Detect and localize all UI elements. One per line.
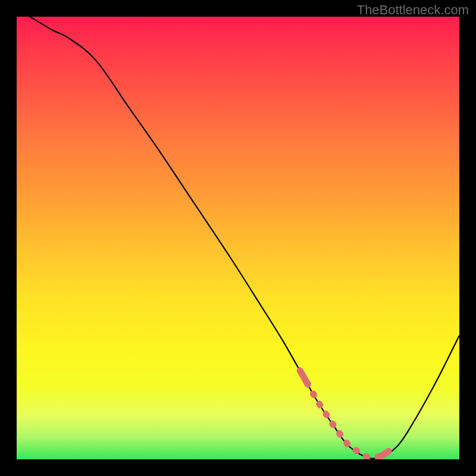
- highlight-marker-end: [381, 451, 389, 456]
- plot-area: [17, 17, 459, 459]
- chart-svg: [17, 17, 459, 459]
- chart-container: TheBottleneck.com: [0, 0, 476, 476]
- curve-line: [30, 17, 459, 459]
- watermark-text: TheBottleneck.com: [357, 2, 469, 18]
- highlight-marker: [308, 383, 381, 456]
